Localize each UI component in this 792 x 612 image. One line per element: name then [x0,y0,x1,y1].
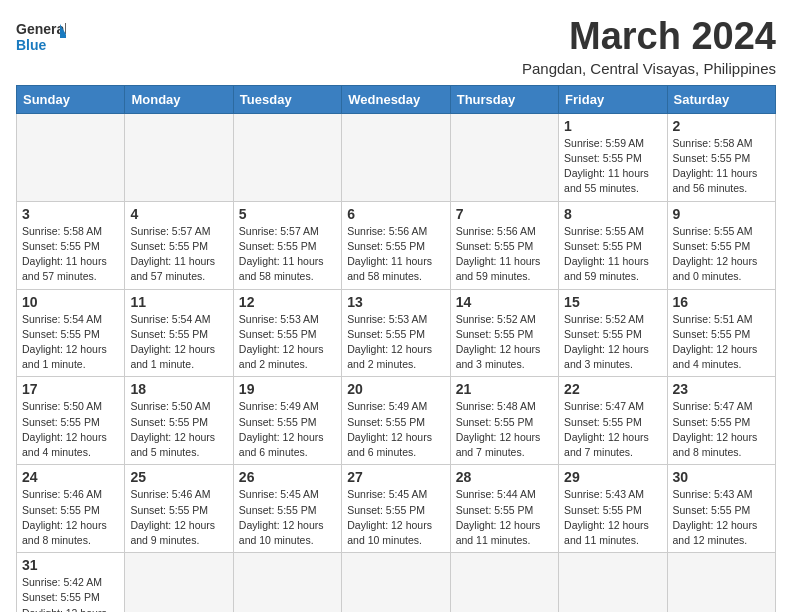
svg-text:General: General [16,21,66,37]
day-info: Sunrise: 5:43 AMSunset: 5:55 PMDaylight:… [673,487,770,548]
day-info: Sunrise: 5:50 AMSunset: 5:55 PMDaylight:… [130,399,227,460]
day-info: Sunrise: 5:43 AMSunset: 5:55 PMDaylight:… [564,487,661,548]
logo: General Blue [16,16,66,56]
col-friday: Friday [559,85,667,113]
day-number: 15 [564,294,661,310]
day-info: Sunrise: 5:55 AMSunset: 5:55 PMDaylight:… [564,224,661,285]
day-number: 7 [456,206,553,222]
day-info: Sunrise: 5:47 AMSunset: 5:55 PMDaylight:… [564,399,661,460]
calendar-cell [450,553,558,612]
day-number: 10 [22,294,119,310]
day-number: 28 [456,469,553,485]
day-number: 17 [22,381,119,397]
header: General Blue March 2024 Pangdan, Central… [16,16,776,77]
calendar-cell: 7Sunrise: 5:56 AMSunset: 5:55 PMDaylight… [450,201,558,289]
day-number: 1 [564,118,661,134]
day-number: 25 [130,469,227,485]
day-number: 31 [22,557,119,573]
calendar-cell [17,113,125,201]
day-info: Sunrise: 5:54 AMSunset: 5:55 PMDaylight:… [130,312,227,373]
calendar-cell: 25Sunrise: 5:46 AMSunset: 5:55 PMDayligh… [125,465,233,553]
title-area: March 2024 Pangdan, Central Visayas, Phi… [522,16,776,77]
calendar-cell: 13Sunrise: 5:53 AMSunset: 5:55 PMDayligh… [342,289,450,377]
day-info: Sunrise: 5:46 AMSunset: 5:55 PMDaylight:… [22,487,119,548]
day-info: Sunrise: 5:58 AMSunset: 5:55 PMDaylight:… [22,224,119,285]
svg-text:Blue: Blue [16,37,47,53]
day-info: Sunrise: 5:52 AMSunset: 5:55 PMDaylight:… [456,312,553,373]
day-number: 9 [673,206,770,222]
calendar-body: 1Sunrise: 5:59 AMSunset: 5:55 PMDaylight… [17,113,776,612]
calendar-cell: 31Sunrise: 5:42 AMSunset: 5:55 PMDayligh… [17,553,125,612]
col-monday: Monday [125,85,233,113]
day-info: Sunrise: 5:45 AMSunset: 5:55 PMDaylight:… [347,487,444,548]
calendar-header: Sunday Monday Tuesday Wednesday Thursday… [17,85,776,113]
calendar-cell: 9Sunrise: 5:55 AMSunset: 5:55 PMDaylight… [667,201,775,289]
day-number: 20 [347,381,444,397]
day-number: 16 [673,294,770,310]
calendar-cell [233,553,341,612]
calendar-cell: 6Sunrise: 5:56 AMSunset: 5:55 PMDaylight… [342,201,450,289]
calendar-cell: 30Sunrise: 5:43 AMSunset: 5:55 PMDayligh… [667,465,775,553]
calendar-cell [342,553,450,612]
day-info: Sunrise: 5:52 AMSunset: 5:55 PMDaylight:… [564,312,661,373]
col-sunday: Sunday [17,85,125,113]
calendar-cell: 27Sunrise: 5:45 AMSunset: 5:55 PMDayligh… [342,465,450,553]
day-info: Sunrise: 5:57 AMSunset: 5:55 PMDaylight:… [130,224,227,285]
day-info: Sunrise: 5:55 AMSunset: 5:55 PMDaylight:… [673,224,770,285]
calendar-cell: 2Sunrise: 5:58 AMSunset: 5:55 PMDaylight… [667,113,775,201]
day-number: 8 [564,206,661,222]
day-info: Sunrise: 5:45 AMSunset: 5:55 PMDaylight:… [239,487,336,548]
day-info: Sunrise: 5:48 AMSunset: 5:55 PMDaylight:… [456,399,553,460]
calendar-cell: 28Sunrise: 5:44 AMSunset: 5:55 PMDayligh… [450,465,558,553]
calendar-cell: 14Sunrise: 5:52 AMSunset: 5:55 PMDayligh… [450,289,558,377]
calendar-cell: 26Sunrise: 5:45 AMSunset: 5:55 PMDayligh… [233,465,341,553]
day-info: Sunrise: 5:57 AMSunset: 5:55 PMDaylight:… [239,224,336,285]
calendar-cell: 17Sunrise: 5:50 AMSunset: 5:55 PMDayligh… [17,377,125,465]
day-info: Sunrise: 5:50 AMSunset: 5:55 PMDaylight:… [22,399,119,460]
calendar-cell: 18Sunrise: 5:50 AMSunset: 5:55 PMDayligh… [125,377,233,465]
col-thursday: Thursday [450,85,558,113]
calendar-cell [342,113,450,201]
day-info: Sunrise: 5:47 AMSunset: 5:55 PMDaylight:… [673,399,770,460]
day-number: 27 [347,469,444,485]
day-info: Sunrise: 5:54 AMSunset: 5:55 PMDaylight:… [22,312,119,373]
logo-icon: General Blue [16,16,66,56]
calendar-cell: 5Sunrise: 5:57 AMSunset: 5:55 PMDaylight… [233,201,341,289]
calendar-cell [450,113,558,201]
day-info: Sunrise: 5:56 AMSunset: 5:55 PMDaylight:… [456,224,553,285]
day-info: Sunrise: 5:44 AMSunset: 5:55 PMDaylight:… [456,487,553,548]
day-number: 4 [130,206,227,222]
day-info: Sunrise: 5:42 AMSunset: 5:55 PMDaylight:… [22,575,119,612]
day-number: 24 [22,469,119,485]
calendar-cell [233,113,341,201]
calendar-cell [559,553,667,612]
page-container: General Blue March 2024 Pangdan, Central… [16,16,776,612]
day-number: 6 [347,206,444,222]
day-number: 5 [239,206,336,222]
day-number: 2 [673,118,770,134]
calendar-cell: 16Sunrise: 5:51 AMSunset: 5:55 PMDayligh… [667,289,775,377]
calendar-cell: 23Sunrise: 5:47 AMSunset: 5:55 PMDayligh… [667,377,775,465]
calendar-cell: 24Sunrise: 5:46 AMSunset: 5:55 PMDayligh… [17,465,125,553]
day-info: Sunrise: 5:46 AMSunset: 5:55 PMDaylight:… [130,487,227,548]
day-number: 23 [673,381,770,397]
day-info: Sunrise: 5:49 AMSunset: 5:55 PMDaylight:… [239,399,336,460]
calendar-cell: 12Sunrise: 5:53 AMSunset: 5:55 PMDayligh… [233,289,341,377]
day-info: Sunrise: 5:58 AMSunset: 5:55 PMDaylight:… [673,136,770,197]
day-number: 29 [564,469,661,485]
calendar-cell [125,113,233,201]
day-number: 18 [130,381,227,397]
calendar-cell: 8Sunrise: 5:55 AMSunset: 5:55 PMDaylight… [559,201,667,289]
calendar-cell: 4Sunrise: 5:57 AMSunset: 5:55 PMDaylight… [125,201,233,289]
calendar-cell: 3Sunrise: 5:58 AMSunset: 5:55 PMDaylight… [17,201,125,289]
calendar-cell: 22Sunrise: 5:47 AMSunset: 5:55 PMDayligh… [559,377,667,465]
calendar-cell: 19Sunrise: 5:49 AMSunset: 5:55 PMDayligh… [233,377,341,465]
calendar-cell: 10Sunrise: 5:54 AMSunset: 5:55 PMDayligh… [17,289,125,377]
day-info: Sunrise: 5:51 AMSunset: 5:55 PMDaylight:… [673,312,770,373]
col-tuesday: Tuesday [233,85,341,113]
calendar-cell: 11Sunrise: 5:54 AMSunset: 5:55 PMDayligh… [125,289,233,377]
day-info: Sunrise: 5:49 AMSunset: 5:55 PMDaylight:… [347,399,444,460]
day-number: 3 [22,206,119,222]
calendar-table: Sunday Monday Tuesday Wednesday Thursday… [16,85,776,612]
calendar-cell: 1Sunrise: 5:59 AMSunset: 5:55 PMDaylight… [559,113,667,201]
